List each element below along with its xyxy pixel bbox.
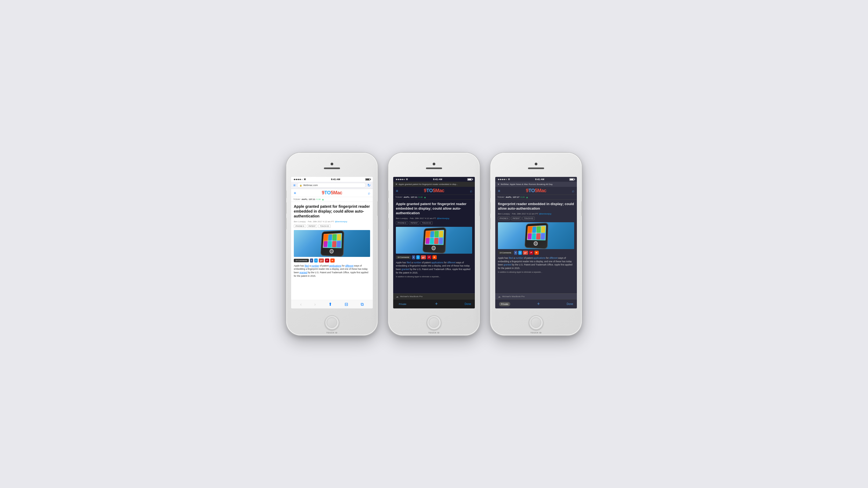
app-2-4	[439, 231, 443, 237]
applications-link-1[interactable]: applications	[329, 264, 341, 267]
home-button-2[interactable]	[427, 316, 441, 330]
wifi-indicator-1: ⌘	[304, 178, 306, 181]
reload-icon-1[interactable]: ↻	[367, 183, 371, 187]
app2	[328, 234, 332, 240]
share-rd-2[interactable]: R	[432, 255, 437, 259]
share-pi-2[interactable]: P	[427, 255, 431, 259]
share-gp-1[interactable]: g+	[319, 259, 324, 262]
share-rd-3[interactable]: R	[534, 251, 539, 255]
comments-btn-1[interactable]: 18 Comments	[294, 259, 309, 262]
battery-3	[569, 178, 574, 181]
share-pi-3[interactable]: P	[529, 251, 533, 255]
tag-iphone8-2[interactable]: IPHONE 8	[396, 221, 408, 225]
search-icon-2[interactable]: ⌕	[470, 189, 472, 193]
comments-bar-1: 18 Comments f t g+ P R	[294, 259, 370, 262]
url-input-1[interactable]: 🔒 9to5mac.com	[297, 183, 366, 188]
screen-1: ⌘ 9:41 AM ≡ 🔒 9to5mac.com ↻	[291, 177, 373, 308]
tabs-btn-1[interactable]: ⧉	[361, 302, 364, 307]
private-btn-2[interactable]: Private	[397, 302, 408, 306]
comments-btn-2[interactable]: 18 Comments	[396, 256, 411, 259]
app-3-7	[536, 233, 540, 240]
power-button-1	[377, 201, 378, 216]
wifi-3: ⌘	[508, 178, 510, 181]
share-fb-2[interactable]: f	[412, 255, 415, 259]
safari-nav-2: ≡ 9TO5Mac ⌕	[393, 187, 475, 195]
site-title-2: 9TO5Mac	[400, 188, 468, 194]
speaker-1	[324, 167, 340, 169]
home-button-3[interactable]	[529, 316, 543, 330]
comments-btn-3[interactable]: 19 Comments	[498, 251, 513, 255]
url-bar-1[interactable]: ≡ 🔒 9to5mac.com ↻	[291, 182, 373, 189]
safari-toolbar-1: ‹ › ⬆ ⊟ ⧉	[291, 300, 373, 308]
share-gp-2[interactable]: g+	[421, 255, 426, 259]
app-2-6	[430, 238, 434, 244]
tag-touchid-3[interactable]: TOUCH ID	[522, 217, 535, 220]
share-fb-1[interactable]: f	[310, 259, 313, 262]
camera-3	[535, 163, 537, 165]
filed-2: filed	[407, 261, 411, 264]
share-fb-3[interactable]: f	[514, 251, 518, 255]
share-rd-1[interactable]: R	[330, 259, 335, 262]
tab-close-3[interactable]: ✕	[497, 183, 499, 186]
tab-header-2: ✕ Apple granted patent for fingerprint r…	[393, 182, 475, 187]
tag-patent-3[interactable]: PATENT	[511, 217, 522, 220]
share-tw-3[interactable]: t	[518, 251, 522, 255]
done-btn-3[interactable]: Done	[567, 302, 573, 305]
sep-2: ·	[408, 217, 409, 220]
menu-icon-3[interactable]: ≡	[498, 189, 500, 193]
app5	[323, 241, 328, 247]
article-3: fingerprint reader embedded in display; …	[495, 200, 577, 293]
hamburger-icon-1[interactable]: ≡	[293, 183, 296, 187]
phone-in-image-3	[525, 223, 549, 249]
tag-touchid-1[interactable]: TOUCH ID	[318, 224, 331, 228]
bookmarks-btn-1[interactable]: ⊟	[345, 302, 348, 307]
tag-iphone8-1[interactable]: IPHONE 8	[294, 224, 306, 228]
different-link-1[interactable]: different	[345, 264, 353, 267]
home-button-1[interactable]	[325, 316, 339, 330]
number-link-1[interactable]: number	[311, 264, 319, 267]
private-btn-3[interactable]: Private	[499, 302, 510, 306]
twitter-2[interactable]: @benlovejoy	[437, 217, 449, 220]
iphone-3: ⌘ 9:41 AM ✕ 9to5Mac: Apple News & Mac Ru…	[490, 153, 582, 335]
twitter-1[interactable]: @benlovejoy	[335, 220, 347, 223]
touch-id-label-2: TOUCH ID	[428, 332, 440, 334]
dot4	[300, 179, 301, 180]
filed-link-1[interactable]: filed	[305, 264, 309, 267]
share-btn-toolbar-1[interactable]: ⬆	[329, 302, 332, 307]
menu-icon-1[interactable]: ≡	[294, 191, 296, 195]
share-tw-2[interactable]: t	[416, 255, 420, 259]
ticker-stock-2: AAPL: 137.11	[404, 196, 417, 198]
tag-patent-2[interactable]: PATENT	[409, 221, 420, 225]
app-3-8	[540, 233, 545, 240]
search-icon-3[interactable]: ⌕	[572, 189, 574, 193]
granted-link-1[interactable]: granted	[300, 271, 307, 274]
app-2-8	[439, 237, 443, 244]
share-tw-1[interactable]: t	[314, 259, 318, 262]
forward-btn-1[interactable]: ›	[314, 302, 316, 307]
tag-patent-1[interactable]: PATENT	[307, 224, 317, 228]
share-pi-1[interactable]: P	[325, 259, 329, 262]
back-btn-1[interactable]: ‹	[300, 302, 302, 307]
camera-1	[331, 163, 333, 165]
twitter-3[interactable]: @benlovejoy	[539, 213, 551, 215]
tag-iphone8-3[interactable]: IPHONE 8	[498, 217, 510, 220]
menu-icon-2[interactable]: ≡	[396, 189, 398, 193]
ticker-arrow-2: ▲	[424, 196, 427, 199]
app-2-1	[426, 231, 430, 237]
article-2: Apple granted patent for fingerprint rea…	[393, 200, 475, 293]
battery-1	[365, 178, 370, 181]
share-gp-3[interactable]: g+	[523, 251, 528, 255]
done-btn-2[interactable]: Done	[465, 302, 471, 305]
plus-btn-2[interactable]: +	[435, 301, 438, 307]
app8	[337, 241, 341, 247]
iphone-top-1	[305, 153, 359, 176]
dot-2-4	[402, 179, 403, 180]
plus-btn-3[interactable]: +	[537, 301, 540, 307]
tag-touchid-2[interactable]: TOUCH ID	[420, 221, 433, 225]
tab-close-2[interactable]: ✕	[395, 183, 398, 186]
ticker-stock-3: AAPL: 137.17	[506, 196, 519, 198]
article-title-3: fingerprint reader embedded in display; …	[498, 202, 574, 211]
number-2: number	[413, 261, 421, 264]
status-bar-3: ⌘ 9:41 AM	[495, 177, 577, 182]
search-icon-1[interactable]: ⌕	[368, 191, 370, 195]
